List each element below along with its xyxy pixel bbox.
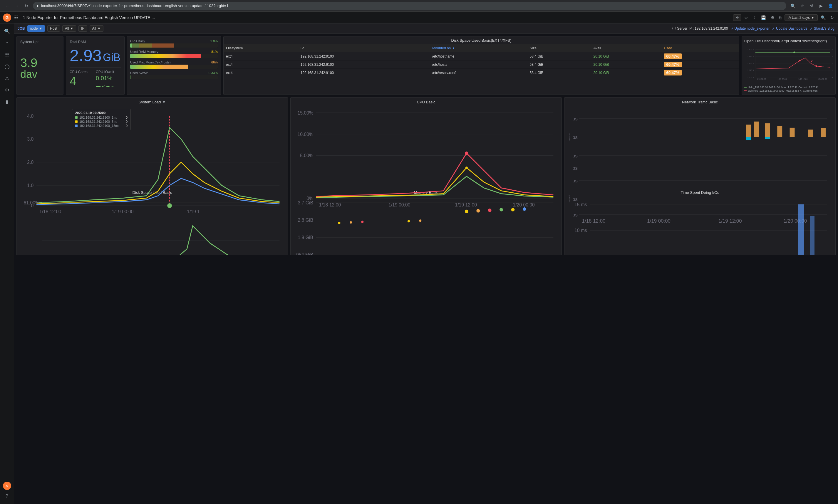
tooltip-row-15m: 192.168.31.242:9100_15m: 0 [75,124,127,127]
job-filter[interactable]: node ▼ [27,25,45,32]
svg-text:15.00%: 15.00% [298,110,313,115]
col-size[interactable]: Size [527,44,591,52]
system-uptime-panel: System Upt... 3.9 dav [16,36,64,95]
sidebar-home[interactable]: ⌂ [2,38,12,48]
svg-rect-69 [754,122,759,137]
svg-text:0 bps: 0 bps [573,134,578,140]
main-content: JOB node ▼ Host All ▼ IP All ▼ ⓘ Ser [14,23,838,255]
ram-unit: GiB [103,52,121,63]
svg-point-110 [488,209,492,212]
system-load-dropdown-icon[interactable]: ▼ [162,100,166,104]
sidebar-configuration[interactable]: ⚙ [2,85,12,95]
sidebar-alerting[interactable]: ⚠ [2,73,12,84]
cpu-busy-bar [130,43,218,48]
mount-1: /etc/hostname [430,52,528,60]
cpu-iowait-value: 0.01% [96,75,121,81]
refresh-btn[interactable]: ↻ [828,14,836,21]
memory-chart: 3.7 GiB 2.8 GiB 1.9 GiB 954 MiB 0 B [293,197,559,255]
mount-2: /etc/hosts [430,60,528,69]
ip-2: 192.168.31.242:9100 [298,60,430,69]
url-bar[interactable]: ● localhost:3000/d/hb7fSE0Zz/1-node-expo… [33,2,786,10]
memory-basic-panel: Memory Basic 3.7 GiB 2.8 GiB [290,188,562,255]
uptime-unit: dav [20,69,60,79]
svg-rect-130 [810,216,815,255]
grid-icon: ☷ [14,15,18,20]
share-btn[interactable]: ⇪ [751,14,758,21]
time-range-btn[interactable]: ◴ Last 2 days ▼ [785,14,818,21]
time-io-svg: 15 ms 10 ms 5 ms 1/18 12:00 1/19 00:00 1… [567,197,833,255]
browser-nav-buttons: ← → ↻ [3,2,31,10]
svg-point-104 [350,221,352,223]
tooltip-label-1m: 192.168.31.242:9100_1m: [79,116,117,119]
avail-2: 20.10 GiB [591,60,662,69]
sidebar-explore[interactable]: ◯ [2,61,12,72]
star-dashboard-btn[interactable]: ☆ [743,14,750,21]
file-desc-chart-area: 1.750 K 1.725 K 1.700 K 1.675 K 1.650 K … [744,45,833,85]
cpu-cores-value: 4 [70,75,95,87]
svg-text:2.0 K: 2.0 K [832,55,833,58]
svg-text:15 ms: 15 ms [574,202,587,207]
col-filesystem[interactable]: Filesystem [224,44,298,52]
grafana-logo[interactable]: G [2,13,12,22]
ip-3: 192.168.31.242:9100 [298,69,430,77]
profile-btn[interactable]: 👤 [826,2,835,10]
svg-text:5 kbps: 5 kbps [573,116,578,122]
svg-point-16 [799,60,801,62]
svg-text:1/19 00:00: 1/19 00:00 [778,78,787,80]
legend-switches-text: switches_192.168.31.242:9100 Max: 2.453 … [748,89,818,92]
svg-text:-15 kbps: -15 kbps [573,178,578,184]
ram-label: Total RAM [70,40,121,44]
host-filter[interactable]: All ▼ [62,25,76,32]
update-dashboards-link[interactable]: ➚ Update Dashboards [772,26,807,31]
swap-gauge: Used SWAP 0.33% [130,71,218,79]
col-ip[interactable]: IP [298,44,430,52]
legend-filefd-text: filefd_192.168.31.242:9100 Max: 1.728 K … [748,86,818,89]
col-avail[interactable]: Avail [591,44,662,52]
col-mounted[interactable]: Mounted on ▲ [430,44,528,52]
search-browser-btn[interactable]: 🔍 [789,2,797,10]
sidebar-dashboards[interactable]: ☷ [2,49,12,60]
settings-btn[interactable]: ⚙ [769,14,776,21]
svg-point-108 [465,210,468,213]
ip-filter[interactable]: All ▼ [90,25,103,32]
update-node-link[interactable]: ➚ Update node_exporter [730,26,769,31]
svg-text:2.8 GiB: 2.8 GiB [298,218,313,223]
star-btn[interactable]: ☆ [798,2,806,10]
ram-pct: 81% [211,50,218,53]
disk-space-panel: Disk Space Used Basic(EXT4/XFS) Filesyst… [223,36,739,95]
svg-text:1.750 K: 1.750 K [747,49,754,51]
clock-icon: ◴ [788,16,791,20]
forward-button[interactable]: → [13,2,21,10]
disk-title: Disk Space Used Basic(EXT4/XFS) [224,36,739,44]
swap-label: Used SWAP 0.33% [130,71,218,75]
gauge-panel: CPU Busy 2.0% Used RAM [127,36,221,95]
svg-text:954 MiB: 954 MiB [296,252,313,255]
browser-chrome: ← → ↻ ● localhost:3000/d/hb7fSE0Zz/1-nod… [0,0,838,12]
used-1: 60.47% [662,52,739,60]
starsl-link[interactable]: ➚ StarsL's Blog [810,26,835,31]
cpu-busy-gauge: CPU Busy 2.0% [130,39,218,48]
add-panel-btn[interactable]: ✛ [733,14,741,21]
svg-text:V: V [811,60,813,62]
svg-text:1.0 K: 1.0 K [832,69,833,71]
extensions-btn[interactable]: ⚒ [807,2,816,10]
tv-btn[interactable]: ⎘ [778,14,783,21]
disk-space-svg: 61.00% 60.00% 1/18 12:00 1/19 00:00 [19,197,285,255]
col-used[interactable]: Used [662,44,739,52]
svg-text:4.0: 4.0 [27,114,34,119]
svg-text:1/18 12:00: 1/18 12:00 [756,78,766,80]
sidebar-shield[interactable]: ▮ [2,96,12,107]
job-label: JOB [18,26,25,31]
svg-point-17 [816,65,817,67]
back-button[interactable]: ← [3,2,12,10]
save-btn[interactable]: 💾 [759,14,768,21]
tooltip-color-5m [75,121,77,123]
lock-icon: ● [36,3,39,8]
reload-button[interactable]: ↻ [22,2,31,10]
uptime-value: 3.9 [20,57,60,69]
search-time-btn[interactable]: 🔍 [819,14,827,21]
ip-value: All [92,26,96,31]
legend-switches: switches_192.168.31.242:9100 Max: 2.453 … [744,89,833,92]
sync-btn[interactable]: ▶ [817,2,825,10]
sidebar-search[interactable]: 🔍 [2,26,12,36]
